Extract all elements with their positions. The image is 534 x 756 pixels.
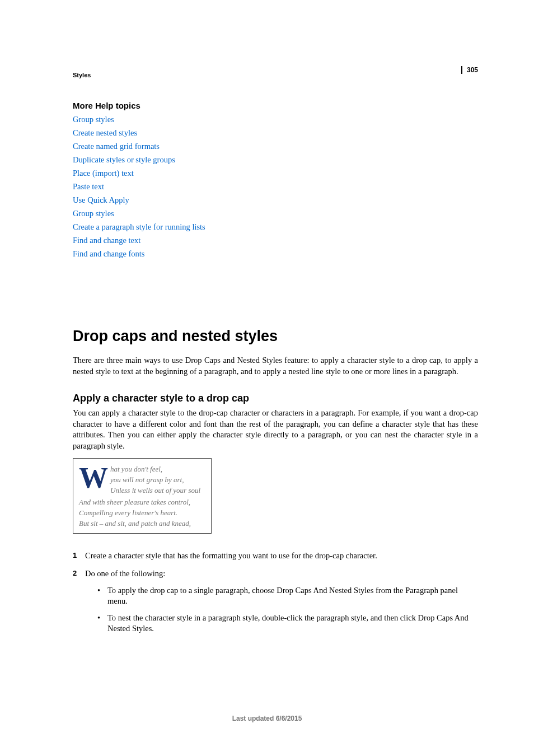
illustration-line: you will not grasp by art, [110, 475, 200, 486]
link-find-change-text[interactable]: Find and change text [73, 236, 140, 245]
breadcrumb: Styles [73, 72, 478, 78]
link-duplicate-styles[interactable]: Duplicate styles or style groups [73, 155, 175, 164]
bullet-item: To apply the drop cap to a single paragr… [97, 585, 478, 607]
footer-last-updated: Last updated 6/6/2015 [0, 715, 534, 722]
step-2-text: Do one of the following: [85, 569, 165, 578]
link-place-import-text[interactable]: Place (import) text [73, 169, 134, 178]
page-title: Drop caps and nested styles [73, 328, 478, 345]
illustration-line: hat you don't feel, [110, 464, 200, 475]
link-use-quick-apply[interactable]: Use Quick Apply [73, 195, 129, 204]
dropcap-letter: W [79, 466, 108, 490]
step-1: Create a character style that has the fo… [73, 550, 478, 562]
page-container: 305 Styles More Help topics Group styles… [0, 0, 534, 756]
page-number: 305 [461, 66, 478, 74]
link-find-change-fonts[interactable]: Find and change fonts [73, 249, 144, 258]
link-create-nested-styles[interactable]: Create nested styles [73, 128, 137, 137]
link-group-styles-2[interactable]: Group styles [73, 209, 114, 218]
dropcap-illustration: W hat you don't feel, you will not grasp… [73, 458, 212, 534]
intro-paragraph: There are three main ways to use Drop Ca… [73, 355, 478, 377]
link-group-styles[interactable]: Group styles [73, 115, 114, 124]
step-2: Do one of the following: To apply the dr… [73, 568, 478, 634]
bullet-item: To nest the character style in a paragra… [97, 613, 478, 634]
illustration-line: But sit – and sit, and patch and knead, [79, 519, 205, 529]
steps-list: Create a character style that has the fo… [73, 550, 478, 634]
link-paste-text[interactable]: Paste text [73, 182, 104, 191]
illustration-line: Compelling every listener's heart. [79, 508, 205, 519]
illustration-line: Unless it wells out of your soul [110, 486, 200, 496]
more-help-heading: More Help topics [73, 101, 478, 110]
illustration-line: And with sheer pleasure takes control, [79, 497, 205, 508]
more-help-links: Group styles Create nested styles Create… [73, 113, 478, 260]
link-create-named-grid-formats[interactable]: Create named grid formats [73, 142, 160, 151]
step-2-bullets: To apply the drop cap to a single paragr… [97, 585, 478, 634]
apply-character-style-body: You can apply a character style to the d… [73, 408, 478, 451]
apply-character-style-heading: Apply a character style to a drop cap [73, 393, 478, 404]
link-create-paragraph-style-running-lists[interactable]: Create a paragraph style for running lis… [73, 222, 205, 231]
